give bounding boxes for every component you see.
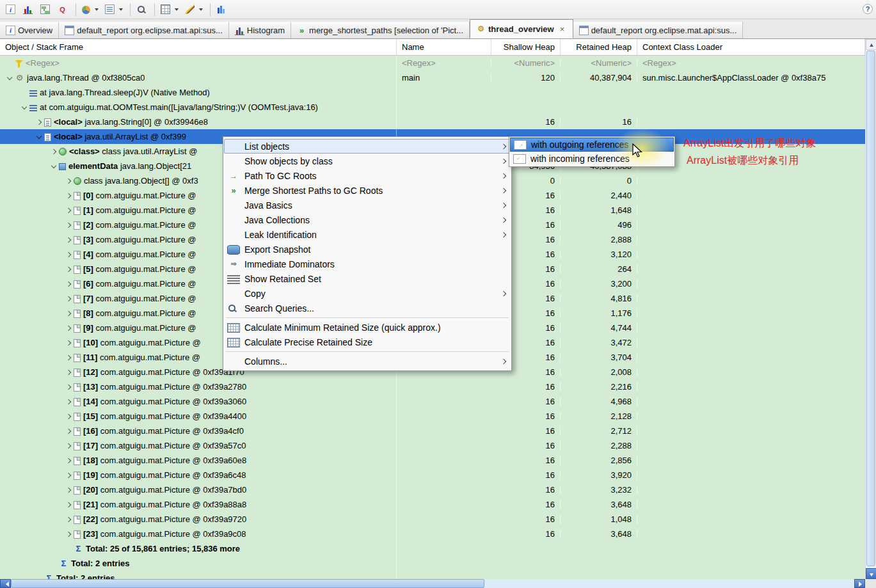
column-header-retained-heap[interactable]: Retained Heap bbox=[561, 39, 637, 55]
expand-arrow-icon[interactable] bbox=[64, 394, 74, 409]
open-query-browser-button[interactable] bbox=[55, 2, 72, 17]
total-row[interactable]: Total: 2 entries bbox=[0, 556, 865, 571]
column-header-object-stack-frame[interactable]: Object / Stack Frame bbox=[0, 39, 397, 55]
menu-item-immediate-dominators[interactable]: Immediate Dominators bbox=[224, 257, 511, 271]
dropdown-arrow-icon[interactable] bbox=[94, 6, 100, 13]
expand-arrow-icon[interactable] bbox=[64, 527, 74, 541]
menu-item-calculate-precise-retained-size[interactable]: Calculate Precise Retained Size bbox=[224, 335, 511, 349]
table-row[interactable]: java.lang.Thread @ 0xf3805ca0main12040,3… bbox=[0, 70, 865, 85]
dropdown-arrow-icon[interactable] bbox=[174, 6, 180, 13]
submenu-item-with-incoming-references[interactable]: with incoming references bbox=[510, 152, 674, 166]
histogram-button[interactable] bbox=[20, 2, 38, 17]
scroll-left-icon[interactable] bbox=[0, 579, 11, 588]
expand-arrow-icon[interactable] bbox=[64, 512, 74, 527]
table-row[interactable]: <local> java.lang.String[0] @ 0xf39946e8… bbox=[0, 115, 865, 129]
expand-arrow-icon[interactable] bbox=[64, 497, 74, 512]
menu-item-show-objects-by-class[interactable]: Show objects by class bbox=[224, 154, 511, 168]
column-header-context-class-loader[interactable]: Context Class Loader bbox=[637, 39, 865, 55]
expand-arrow-icon[interactable] bbox=[64, 203, 74, 218]
expand-arrow-icon[interactable] bbox=[49, 144, 59, 159]
expand-arrow-icon[interactable] bbox=[64, 335, 74, 350]
collapse-arrow-icon[interactable] bbox=[5, 70, 15, 85]
group-result-button[interactable] bbox=[102, 2, 127, 17]
table-row[interactable]: [17] com.atguigu.mat.Picture @ 0xf39a57c… bbox=[0, 438, 865, 453]
scroll-down-icon[interactable] bbox=[866, 568, 876, 579]
expand-arrow-icon[interactable] bbox=[35, 115, 44, 129]
expand-arrow-icon[interactable] bbox=[64, 262, 74, 276]
menu-item-java-basics[interactable]: Java Basics bbox=[224, 198, 511, 212]
menu-item-java-collections[interactable]: Java Collections bbox=[224, 212, 511, 227]
search-button[interactable] bbox=[134, 2, 151, 17]
vertical-scrollbar[interactable] bbox=[865, 39, 876, 579]
heap-dump-overview-button[interactable] bbox=[79, 2, 102, 17]
expand-arrow-icon[interactable] bbox=[64, 424, 74, 438]
expand-arrow-icon[interactable] bbox=[64, 276, 74, 291]
expand-arrow-icon[interactable] bbox=[64, 188, 74, 203]
expand-arrow-icon[interactable] bbox=[64, 247, 74, 262]
table-row[interactable]: [16] com.atguigu.mat.Picture @ 0xf39a4cf… bbox=[0, 424, 865, 438]
collapse-arrow-icon[interactable] bbox=[35, 129, 44, 144]
menu-item-merge-shortest-paths-to-gc-roots[interactable]: Merge Shortest Paths to GC Roots bbox=[224, 183, 511, 198]
table-row[interactable]: [21] com.atguigu.mat.Picture @ 0xf39a88a… bbox=[0, 497, 865, 512]
menu-item-leak-identification[interactable]: Leak Identification bbox=[224, 227, 511, 242]
dominator-tree-button[interactable] bbox=[38, 2, 55, 17]
menu-item-show-retained-set[interactable]: Show Retained Set bbox=[224, 271, 511, 286]
tab-thread-overview[interactable]: thread_overview bbox=[470, 19, 573, 38]
table-row[interactable]: at com.atguigu.mat.OOMTest.main([Ljava/l… bbox=[0, 100, 865, 115]
edit-filter-button[interactable] bbox=[182, 2, 207, 17]
menu-item-path-to-gc-roots[interactable]: Path To GC Roots bbox=[224, 168, 511, 183]
tab-overview[interactable]: Overview bbox=[0, 22, 59, 38]
expand-arrow-icon[interactable] bbox=[64, 482, 74, 497]
scroll-right-icon[interactable] bbox=[854, 579, 865, 588]
horizontal-scrollbar[interactable] bbox=[0, 579, 876, 588]
tab-default-report-org-eclipse-mat-api-sus[interactable]: default_report org.eclipse.mat.api:sus..… bbox=[573, 22, 744, 38]
tab-histogram[interactable]: Histogram bbox=[229, 22, 291, 38]
tab-default-report-org-eclipse-mat-api-sus[interactable]: default_report org.eclipse.mat.api:sus..… bbox=[59, 22, 229, 38]
menu-item-columns[interactable]: Columns... bbox=[224, 354, 511, 369]
expand-arrow-icon[interactable] bbox=[64, 379, 74, 394]
menu-item-export-snapshot[interactable]: Export Snapshot bbox=[224, 242, 511, 257]
menu-item-list-objects[interactable]: List objects bbox=[224, 139, 511, 154]
expand-arrow-icon[interactable] bbox=[64, 438, 74, 453]
expand-arrow-icon[interactable] bbox=[64, 306, 74, 321]
expand-arrow-icon[interactable] bbox=[64, 321, 74, 335]
overview-info-button[interactable] bbox=[3, 2, 20, 17]
expand-arrow-icon[interactable] bbox=[64, 232, 74, 247]
column-header-shallow-heap[interactable]: Shallow Heap bbox=[491, 39, 561, 55]
expand-arrow-icon[interactable] bbox=[64, 173, 74, 188]
customize-columns-button[interactable] bbox=[158, 2, 182, 17]
table-row[interactable]: [14] com.atguigu.mat.Picture @ 0xf39a306… bbox=[0, 394, 865, 409]
submenu-item-with-outgoing-references[interactable]: with outgoing references bbox=[510, 138, 674, 152]
menu-item-calculate-minimum-retained-size-quick-ap[interactable]: Calculate Minimum Retained Size (quick a… bbox=[224, 320, 511, 335]
table-row[interactable]: [20] com.atguigu.mat.Picture @ 0xf39a7bd… bbox=[0, 482, 865, 497]
menu-item-search-queries[interactable]: Search Queries... bbox=[224, 301, 511, 315]
table-row[interactable]: [22] com.atguigu.mat.Picture @ 0xf39a972… bbox=[0, 512, 865, 527]
column-header-name[interactable]: Name bbox=[397, 39, 491, 55]
vertical-scroll-thumb[interactable] bbox=[866, 51, 875, 566]
dropdown-arrow-icon[interactable] bbox=[118, 6, 124, 13]
tab-merge-shortest-paths-selection-of-pict[interactable]: merge_shortest_paths [selection of 'Pict… bbox=[291, 22, 470, 38]
table-row[interactable]: [18] com.atguigu.mat.Picture @ 0xf39a60e… bbox=[0, 453, 865, 468]
scroll-up-icon[interactable] bbox=[866, 39, 876, 50]
expand-arrow-icon[interactable] bbox=[64, 365, 74, 379]
help-icon[interactable]: ? bbox=[863, 4, 873, 14]
expand-arrow-icon[interactable] bbox=[64, 468, 74, 482]
table-row[interactable]: [15] com.atguigu.mat.Picture @ 0xf39a440… bbox=[0, 409, 865, 424]
table-row[interactable]: at java.lang.Thread.sleep(J)V (Native Me… bbox=[0, 85, 865, 100]
dropdown-arrow-icon[interactable] bbox=[198, 6, 204, 13]
expand-arrow-icon[interactable] bbox=[64, 409, 74, 424]
horizontal-scroll-thumb[interactable] bbox=[11, 579, 484, 588]
expand-arrow-icon[interactable] bbox=[64, 350, 74, 365]
total-row[interactable]: Total: 2 entries bbox=[0, 571, 865, 579]
menu-item-copy[interactable]: Copy bbox=[224, 286, 511, 301]
table-row[interactable]: <Regex><Regex><Numeric><Numeric><Regex> bbox=[0, 56, 865, 70]
expand-arrow-icon[interactable] bbox=[64, 218, 74, 232]
compare-histogram-button[interactable] bbox=[214, 2, 231, 17]
table-row[interactable]: [19] com.atguigu.mat.Picture @ 0xf39a6c4… bbox=[0, 468, 865, 482]
collapse-arrow-icon[interactable] bbox=[20, 100, 29, 115]
table-row[interactable]: [23] com.atguigu.mat.Picture @ 0xf39a9c0… bbox=[0, 527, 865, 541]
total-row[interactable]: Total: 25 of 15,861 entries; 15,836 more bbox=[0, 541, 865, 556]
collapse-arrow-icon[interactable] bbox=[49, 159, 59, 173]
expand-arrow-icon[interactable] bbox=[64, 291, 74, 306]
expand-arrow-icon[interactable] bbox=[64, 453, 74, 468]
